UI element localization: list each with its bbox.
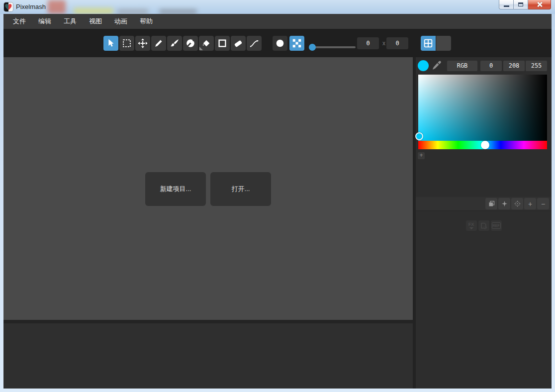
- app-body: 文件 编辑 工具 视图 动画 帮助: [3, 14, 552, 389]
- background-blur-decoration: [117, 9, 148, 14]
- background-blur-decoration: [48, 0, 66, 14]
- animation-timeline-panel: [3, 323, 413, 389]
- minimize-icon: [504, 5, 509, 7]
- menu-help[interactable]: 帮助: [135, 14, 157, 29]
- layer-effects-button[interactable]: [498, 198, 510, 209]
- pen-curve-icon: [249, 38, 260, 49]
- duplicate-icon: [488, 200, 495, 207]
- marquee-icon: [121, 38, 132, 49]
- layer-type-icons-row: FX REF: [416, 220, 552, 231]
- maximize-button[interactable]: [514, 0, 528, 9]
- pencil-icon: [153, 38, 164, 49]
- grid-on-toggle-button[interactable]: [421, 36, 436, 51]
- fx-dropdown-icon: [469, 227, 473, 229]
- close-button[interactable]: [528, 0, 551, 9]
- hue-handle[interactable]: [481, 141, 489, 149]
- app-icon: [4, 2, 13, 11]
- fx-label: FX: [468, 222, 474, 227]
- remove-layer-button[interactable]: −: [537, 198, 549, 209]
- menu-bar: 文件 编辑 工具 视图 动画 帮助: [3, 14, 552, 29]
- add-swatch-button[interactable]: +: [418, 152, 425, 159]
- layers-toolbar: + −: [416, 197, 552, 211]
- grid-off-toggle-button[interactable]: [436, 36, 451, 51]
- brush-shape-button[interactable]: [273, 36, 287, 51]
- window-title: Pixelmash: [16, 3, 46, 10]
- menu-tools[interactable]: 工具: [59, 14, 81, 29]
- move-tool-button[interactable]: [135, 36, 150, 51]
- menu-animation[interactable]: 动画: [110, 14, 132, 29]
- duplicate-layer-button[interactable]: [485, 198, 497, 209]
- panel-splitter-horizontal[interactable]: [3, 320, 413, 323]
- brush-size-slider[interactable]: [310, 46, 356, 48]
- slider-thumb[interactable]: [309, 44, 316, 51]
- fill-tool-button[interactable]: [199, 36, 214, 51]
- move-icon: [137, 38, 148, 49]
- dotted-move-icon: [514, 200, 521, 207]
- pen-tool-button[interactable]: [247, 36, 262, 51]
- size-separator: x: [382, 37, 385, 49]
- brush-tool-button[interactable]: [167, 36, 182, 51]
- flyout-indicator: [199, 47, 203, 50]
- saturation-value-picker[interactable]: [418, 75, 547, 141]
- canvas-height-field[interactable]: 0: [386, 37, 408, 49]
- circle-brush-icon: [275, 38, 285, 49]
- red-value-field[interactable]: 0: [480, 61, 502, 71]
- menu-edit[interactable]: 编辑: [34, 14, 56, 29]
- eraser-icon: [233, 38, 244, 49]
- green-value-field[interactable]: 208: [503, 61, 525, 71]
- checker-pattern-icon: [291, 38, 302, 49]
- shading-tool-button[interactable]: [183, 36, 198, 51]
- transform-layer-button[interactable]: [511, 198, 523, 209]
- toolbar: 0 x 0: [3, 29, 552, 57]
- eyedropper-button[interactable]: [431, 60, 443, 72]
- blue-value-field[interactable]: 255: [526, 61, 547, 71]
- canvas-area[interactable]: 新建项目... 打开...: [3, 57, 413, 320]
- reference-layer-button[interactable]: REF: [491, 220, 502, 231]
- shape-tool-button[interactable]: [215, 36, 230, 51]
- right-panel: RGB 0 208 255 +: [416, 57, 552, 389]
- pixelmash-window: Pixelmash 文件 编辑 工具 视图 动画 帮助: [0, 0, 555, 392]
- menu-file[interactable]: 文件: [8, 14, 30, 29]
- title-bar[interactable]: Pixelmash: [0, 0, 555, 14]
- dither-pattern-button[interactable]: [289, 36, 304, 51]
- close-icon: [537, 1, 543, 7]
- eyedropper-icon: [431, 60, 443, 72]
- window-controls: [499, 0, 551, 9]
- pencil-tool-button[interactable]: [151, 36, 166, 51]
- ref-label: REF: [492, 222, 501, 229]
- maximize-icon: [518, 2, 523, 6]
- select-tool-button[interactable]: [103, 36, 118, 51]
- eraser-tool-button[interactable]: [231, 36, 246, 51]
- saturation-value-handle[interactable]: [415, 132, 423, 140]
- grid-icon: [423, 38, 434, 49]
- menu-view[interactable]: 视图: [85, 14, 106, 29]
- open-button[interactable]: 打开...: [210, 172, 271, 206]
- canvas-width-field[interactable]: 0: [357, 37, 379, 49]
- minimize-button[interactable]: [499, 0, 514, 9]
- marquee-select-tool-button[interactable]: [119, 36, 134, 51]
- new-project-button[interactable]: 新建项目...: [145, 172, 206, 206]
- color-mode-button[interactable]: RGB: [447, 61, 477, 71]
- add-layer-button[interactable]: +: [524, 198, 536, 209]
- background-blur-decoration: [74, 8, 113, 14]
- rectangle-icon: [217, 38, 228, 49]
- background-blur-decoration: [159, 9, 197, 14]
- cursor-icon: [105, 38, 116, 49]
- sparkle-icon: [501, 200, 508, 207]
- brush-icon: [169, 38, 180, 49]
- image-layer-icon: [480, 222, 487, 229]
- shade-circle-icon: [185, 38, 196, 49]
- fx-layer-button[interactable]: FX: [466, 220, 477, 231]
- image-layer-button[interactable]: [478, 220, 489, 231]
- current-color-swatch[interactable]: [418, 60, 429, 71]
